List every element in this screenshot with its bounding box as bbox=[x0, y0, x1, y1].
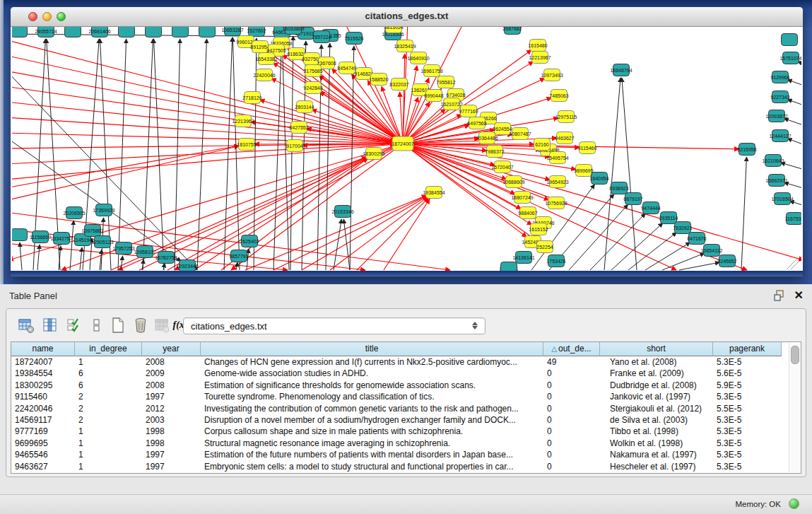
network-node[interactable]: 18724007 bbox=[392, 136, 413, 151]
network-edge[interactable] bbox=[260, 100, 403, 144]
delete-table-icon[interactable] bbox=[131, 315, 151, 335]
network-node[interactable]: 20153346 bbox=[331, 206, 353, 218]
network-node[interactable] bbox=[12, 27, 28, 37]
network-node[interactable]: 1640954 bbox=[589, 173, 608, 185]
network-node[interactable]: 8322037 bbox=[389, 78, 408, 90]
network-node[interactable]: 10975887 bbox=[81, 225, 103, 237]
network-node[interactable]: 9777169 bbox=[459, 105, 478, 117]
table-settings-icon[interactable] bbox=[16, 315, 36, 335]
network-node[interactable]: 62160 bbox=[534, 139, 551, 151]
column-header-name[interactable]: name bbox=[11, 342, 75, 356]
table-cell[interactable]: 5.9E-5 bbox=[713, 380, 782, 391]
network-node[interactable]: 12505123 bbox=[91, 236, 113, 248]
table-cell[interactable]: 1997 bbox=[142, 391, 201, 402]
network-node[interactable]: 7955812 bbox=[436, 76, 455, 88]
network-node[interactable]: 20691406 bbox=[88, 27, 110, 37]
network-node[interactable]: 2718120 bbox=[242, 92, 261, 104]
table-cell[interactable]: Franke et al. (2009) bbox=[600, 368, 713, 379]
table-cell[interactable]: 2009 bbox=[142, 368, 201, 379]
table-cell[interactable]: 2 bbox=[75, 391, 142, 402]
network-edge[interactable] bbox=[403, 144, 801, 260]
network-edge[interactable] bbox=[12, 146, 239, 201]
table-cell[interactable]: 2008 bbox=[142, 380, 201, 391]
network-edge[interactable] bbox=[569, 204, 628, 270]
network-node[interactable]: 11156869 bbox=[30, 231, 51, 243]
table-row[interactable]: 946362711997Embryonic stem cells: a mode… bbox=[11, 461, 801, 472]
network-node[interactable]: 12923448 bbox=[176, 260, 198, 271]
network-node[interactable]: 6879197 bbox=[623, 193, 642, 205]
table-cell[interactable]: 18300295 bbox=[11, 380, 75, 391]
network-node[interactable]: 917004 bbox=[286, 140, 302, 152]
table-cell[interactable]: Estimation of significance thresholds fo… bbox=[201, 380, 543, 391]
table-cell[interactable]: 5.3E-5 bbox=[713, 356, 782, 368]
table-cell[interactable]: 1 bbox=[75, 461, 142, 472]
network-node[interactable] bbox=[199, 27, 216, 37]
network-node[interactable]: 9463627 bbox=[555, 132, 574, 144]
table-cell[interactable]: 9463627 bbox=[11, 461, 75, 472]
network-node[interactable]: 12093872 bbox=[765, 110, 787, 122]
network-edge[interactable] bbox=[317, 45, 322, 270]
network-node[interactable]: 15751074 bbox=[779, 52, 801, 64]
table-cell[interactable]: 9699695 bbox=[11, 438, 75, 449]
network-node[interactable]: 17359928 bbox=[93, 204, 114, 216]
network-node[interactable]: 10653287 bbox=[221, 27, 243, 36]
vertical-scrollbar[interactable] bbox=[789, 343, 800, 472]
network-edge[interactable] bbox=[403, 144, 526, 237]
table-cell[interactable]: 0 bbox=[543, 391, 600, 402]
network-edge[interactable] bbox=[118, 39, 126, 270]
network-edge[interactable] bbox=[403, 144, 747, 270]
table-cell[interactable]: Hescheler et al. (1997) bbox=[600, 461, 713, 472]
table-cell[interactable]: 1 bbox=[75, 438, 142, 449]
table-cell[interactable]: Estimation of the future numbers of pati… bbox=[201, 449, 543, 460]
table-cell[interactable]: 0 bbox=[543, 426, 600, 437]
table-row[interactable]: 946554611997Estimation of the future num… bbox=[11, 449, 801, 460]
network-node[interactable] bbox=[119, 27, 135, 37]
table-row[interactable]: 1938455462009Genome-wide association stu… bbox=[11, 368, 801, 379]
table-cell[interactable]: Tourette syndrome. Phenomenology and cla… bbox=[201, 391, 543, 402]
network-node[interactable]: 1615152 bbox=[529, 223, 548, 235]
network-node[interactable]: 16210643 bbox=[762, 155, 784, 167]
network-edge[interactable] bbox=[37, 245, 40, 270]
network-node[interactable]: 15720407 bbox=[491, 161, 513, 173]
table-cell[interactable]: Stergiakouli et al. (2012) bbox=[600, 403, 713, 414]
table-cell[interactable]: 5.6E-5 bbox=[713, 368, 782, 379]
network-window-titlebar[interactable]: citations_edges.txt bbox=[11, 7, 803, 27]
new-table-icon[interactable] bbox=[108, 315, 128, 335]
network-node[interactable]: 10756928 bbox=[545, 197, 567, 209]
table-cell[interactable]: 5.3E-5 bbox=[713, 449, 782, 460]
table-cell[interactable]: 0 bbox=[543, 414, 600, 426]
network-edge[interactable] bbox=[282, 40, 289, 270]
network-edge[interactable] bbox=[12, 34, 314, 37]
table-cell[interactable]: 0 bbox=[543, 403, 600, 414]
network-edge[interactable] bbox=[741, 157, 746, 270]
network-node[interactable]: 9474444 bbox=[641, 202, 660, 214]
column-header-pagerank[interactable]: pagerank bbox=[713, 342, 782, 356]
network-node[interactable]: 9899695 bbox=[574, 165, 593, 177]
network-node[interactable]: 8813054 bbox=[384, 27, 403, 33]
network-node[interactable]: 18807249 bbox=[511, 192, 533, 204]
column-header-in_degree[interactable]: in_degree bbox=[75, 342, 142, 356]
table-cell[interactable]: Changes of HCN gene expression and I(f) … bbox=[201, 356, 543, 368]
network-node[interactable]: 3175685 bbox=[303, 65, 322, 77]
network-node[interactable]: 9884067 bbox=[518, 207, 537, 219]
network-node[interactable] bbox=[65, 27, 81, 37]
table-cell[interactable]: 1 bbox=[75, 449, 142, 460]
table-cell[interactable]: 6 bbox=[75, 380, 142, 391]
resize-grip[interactable] bbox=[787, 259, 798, 269]
table-cell[interactable]: Disruption of a novel member of a sodium… bbox=[201, 414, 543, 426]
table-row[interactable]: 1456911722003Disruption of a novel membe… bbox=[11, 414, 801, 426]
network-node[interactable]: 1167533 bbox=[785, 213, 801, 225]
table-cell[interactable]: 2003 bbox=[142, 414, 201, 426]
network-node[interactable]: 1753426 bbox=[546, 255, 565, 267]
network-node[interactable]: 20206505 bbox=[63, 207, 85, 219]
table-cell[interactable]: 9777169 bbox=[11, 426, 75, 437]
table-cell[interactable]: 2008 bbox=[142, 356, 201, 368]
network-node[interactable]: 2803144 bbox=[295, 101, 314, 113]
network-edge[interactable] bbox=[233, 37, 240, 270]
float-panel-icon[interactable] bbox=[774, 290, 785, 301]
network-node[interactable]: 16782753 bbox=[155, 252, 177, 264]
network-edge[interactable] bbox=[403, 66, 417, 144]
network-node[interactable]: 8215958 bbox=[737, 144, 756, 156]
column-header-title[interactable]: title bbox=[201, 342, 543, 356]
network-node[interactable]: 19654923 bbox=[546, 176, 568, 188]
